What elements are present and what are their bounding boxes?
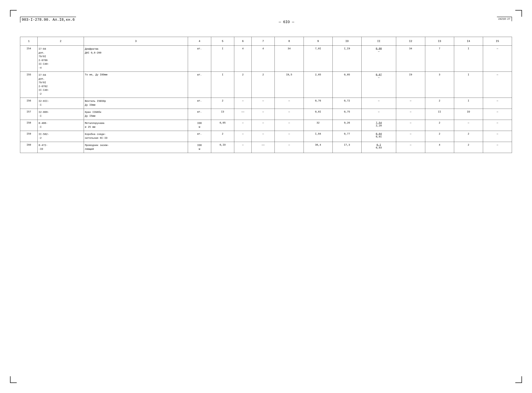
cell-6-10: 0,77 bbox=[333, 131, 361, 142]
col-header-13: I3 bbox=[425, 37, 454, 46]
cell-7-14: 2 bbox=[454, 142, 483, 153]
cell-7-10: I7,3 bbox=[333, 142, 361, 153]
cell-5-4: IOO м bbox=[188, 120, 211, 131]
cell-6-6: — bbox=[234, 131, 252, 142]
cell-7-1: I60 bbox=[20, 142, 38, 153]
corner-mark-br bbox=[515, 376, 522, 383]
cell-4-13: II bbox=[425, 109, 454, 120]
col-header-4: 4 bbox=[188, 37, 211, 46]
cell-3-11: — bbox=[361, 98, 396, 109]
cell-1-7: 4 bbox=[251, 46, 275, 72]
cell-2-1: I55 bbox=[20, 72, 38, 98]
cell-6-8: — bbox=[275, 131, 304, 142]
cell-3-1: I56 bbox=[20, 98, 38, 109]
cell-3-7: — bbox=[251, 98, 275, 109]
cell-4-6: —— bbox=[234, 109, 252, 120]
cell-6-1: I59 bbox=[20, 131, 38, 142]
table-header-row: 1 2 3 4 5 6 7 8 9 IO II I2 I3 I4 I5 bbox=[20, 37, 512, 46]
cell-4-4: шт. bbox=[188, 109, 211, 120]
col-header-12: I2 bbox=[396, 37, 425, 46]
cell-5-15: — bbox=[483, 120, 512, 131]
doc-ref: 903-I-278.90. Ал.I8,кн.6 bbox=[20, 17, 76, 23]
table-row: I55I7-04 доп. 79/8I 2-0782 II-I40- -2То … bbox=[20, 72, 512, 98]
cell-4-11: — bbox=[361, 109, 396, 120]
cell-7-7: —— bbox=[251, 142, 275, 153]
cell-2-8: I8,5 bbox=[275, 72, 304, 98]
corner-mark-tr bbox=[515, 10, 522, 17]
cell-2-12: I9 bbox=[396, 72, 425, 98]
corner-mark-bl bbox=[10, 376, 17, 383]
cell-1-2: I7-04 доп. 79/8I 2-0786 II-I40- -4 bbox=[37, 46, 84, 72]
cell-1-12: 34 bbox=[396, 46, 425, 72]
cell-2-15: — bbox=[483, 72, 512, 98]
cell-6-7: — bbox=[251, 131, 275, 142]
cell-7-5: 0,IO bbox=[211, 142, 234, 153]
cell-5-6: — bbox=[234, 120, 252, 131]
col-header-10: IO bbox=[333, 37, 361, 46]
cell-5-5: 0,05 bbox=[211, 120, 234, 131]
col-header-5: 5 bbox=[211, 37, 234, 46]
cell-5-13: 2 bbox=[425, 120, 454, 131]
page-number: — 6IO — bbox=[76, 17, 497, 24]
cell-1-6: 4 bbox=[234, 46, 252, 72]
cell-4-9: 0,8I bbox=[304, 109, 333, 120]
cell-5-3: Металлорукава ø 25 мм bbox=[84, 120, 188, 131]
cell-3-4: шт. bbox=[188, 98, 211, 109]
cell-1-11: 0,08— bbox=[361, 46, 396, 72]
table-row: I608-472- -IOПроводник зазем- ляющийIOO … bbox=[20, 142, 512, 153]
cell-5-2: 8-408- -I bbox=[37, 120, 84, 131]
cell-4-1: I57 bbox=[20, 109, 38, 120]
cell-7-9: 38,4 bbox=[304, 142, 333, 153]
cell-3-9: 0,76 bbox=[304, 98, 333, 109]
col-header-14: I4 bbox=[454, 37, 483, 46]
cell-4-12: — bbox=[396, 109, 425, 120]
main-table: 1 2 3 4 5 6 7 8 9 IO II I2 I3 I4 I5 I54I… bbox=[20, 37, 512, 153]
cell-2-3: То же, Ду IOOмм bbox=[84, 72, 188, 98]
cell-2-9: 2,65 bbox=[304, 72, 333, 98]
cell-2-6: 2 bbox=[234, 72, 252, 98]
cell-6-15: — bbox=[483, 131, 512, 142]
cell-3-8: — bbox=[275, 98, 304, 109]
cell-4-14: IO bbox=[454, 109, 483, 120]
cell-7-6: — bbox=[234, 142, 252, 153]
cell-3-5: 2 bbox=[211, 98, 234, 109]
cell-3-15: — bbox=[483, 98, 512, 109]
cell-7-15: — bbox=[483, 142, 512, 153]
cell-7-2: 8-472- -IO bbox=[37, 142, 84, 153]
cell-3-3: Вентиль I5Б50р Ду IOмм bbox=[84, 98, 188, 109]
cell-1-1: I54 bbox=[20, 46, 38, 72]
cell-6-3: Коробка соеди- нительная КС-IO bbox=[84, 131, 188, 142]
cell-1-8: 34 bbox=[275, 46, 304, 72]
cell-6-9: I,04 bbox=[304, 131, 333, 142]
cell-3-10: 0,72 bbox=[333, 98, 361, 109]
cell-2-5: I bbox=[211, 72, 234, 98]
cell-4-2: I2-809- -I bbox=[37, 109, 84, 120]
cell-1-14: I bbox=[454, 46, 483, 72]
cell-7-13: 4 bbox=[425, 142, 454, 153]
col-header-11: II bbox=[361, 37, 396, 46]
cell-2-10: 0,85 bbox=[333, 72, 361, 98]
col-header-2: 2 bbox=[37, 37, 84, 46]
table-row: I59II-582- -2Коробка соеди- нительная КС… bbox=[20, 131, 512, 142]
cell-2-14: I bbox=[454, 72, 483, 98]
col-header-6: 6 bbox=[234, 37, 252, 46]
col-header-9: 9 bbox=[304, 37, 333, 46]
table-row: I57I2-809- -IКран IIБ6бк Ду I5ммшт.I3———… bbox=[20, 109, 512, 120]
cell-2-11: 0,07— bbox=[361, 72, 396, 98]
cell-3-6: — bbox=[234, 98, 252, 109]
col-header-7: 7 bbox=[251, 37, 275, 46]
col-header-8: 8 bbox=[275, 37, 304, 46]
cell-6-5: 2 bbox=[211, 131, 234, 142]
cell-6-11: 0,040,0I bbox=[361, 131, 396, 142]
cell-2-2: I7-04 доп. 79/8I 2-0782 II-I40- -2 bbox=[37, 72, 84, 98]
cell-5-7: — bbox=[251, 120, 275, 131]
table-row: I56I2-8II- -IВентиль I5Б50р Ду IOммшт.2—… bbox=[20, 98, 512, 109]
cell-4-7: — bbox=[251, 109, 275, 120]
table-row: I54I7-04 доп. 79/8I 2-0786 II-I40- -4Диа… bbox=[20, 46, 512, 72]
cell-1-3: Диафрагма ДКС 0,6-200 bbox=[84, 46, 188, 72]
header: 903-I-278.90. Ал.I8,кн.6 — 6IO — 24218-2… bbox=[20, 17, 512, 26]
cell-5-8: — bbox=[275, 120, 304, 131]
cell-2-7: 2 bbox=[251, 72, 275, 98]
cell-5-14: — bbox=[454, 120, 483, 131]
cell-5-12: — bbox=[396, 120, 425, 131]
